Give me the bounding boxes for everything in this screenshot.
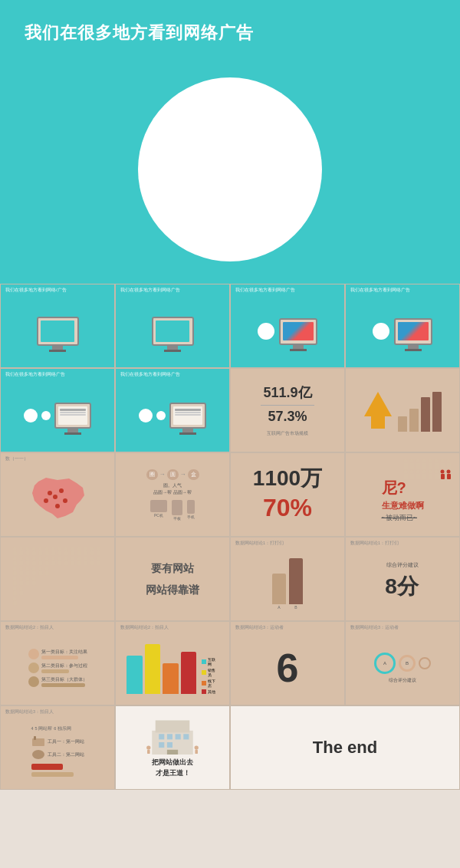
svg-point-10	[416, 459, 420, 463]
thumb-13[interactable]	[0, 537, 115, 621]
thumb-2[interactable]: 我们在很多地方看到网络广告	[115, 284, 230, 368]
thumb-21[interactable]: 数据网站结论3：拍目人 4 5 网站帮6 独乐网 工具一：第一网站 工具二：第二…	[0, 705, 115, 790]
thumb-22[interactable]: 把网站做出去 才是王道！	[115, 705, 230, 790]
svg-point-56	[71, 547, 74, 551]
wangdao-text: 把网站做出去 才是王道！	[152, 758, 193, 778]
svg-point-110	[25, 577, 29, 581]
svg-point-88	[84, 557, 87, 561]
thumb-18[interactable]: 数据网站结论2：拍目人 互联网 销售员 线下店 其他	[115, 621, 230, 705]
slide-label-9: 数（一一）	[5, 456, 28, 462]
slide-label-21: 数据网站结论3：拍目人	[5, 709, 54, 715]
monitor-icon-1	[37, 317, 79, 346]
thumb-3[interactable]: 我们在很多地方看到网络广告	[230, 284, 345, 368]
thumb-12[interactable]: 尼? 生意难做啊 ~被动而已~	[345, 452, 460, 537]
stat-573: 57.3%	[268, 409, 307, 425]
svg-point-28	[422, 470, 426, 474]
thumb-14[interactable]: 要有网站 网站得靠谱	[115, 537, 230, 621]
svg-point-20	[447, 459, 451, 463]
tool-icon-1	[31, 736, 45, 747]
svg-rect-15	[429, 463, 432, 469]
svg-point-16	[435, 459, 439, 463]
svg-point-42	[25, 547, 29, 551]
svg-rect-85	[71, 561, 75, 566]
thumb-8[interactable]	[345, 368, 460, 452]
monitor-icon-2	[152, 317, 194, 346]
svg-rect-37	[447, 474, 451, 479]
bar-2	[409, 409, 419, 432]
svg-point-70	[25, 557, 29, 561]
svg-point-116	[19, 587, 23, 591]
slide-label-1: 我们在很多地方看到网络/广告	[5, 288, 67, 293]
svg-point-32	[435, 470, 439, 474]
niwhat-sub2: ~被动而已~	[382, 513, 424, 523]
the-end-text: The end	[313, 738, 377, 758]
people-silhouettes	[402, 458, 455, 488]
thumb-6[interactable]: 我们在很多地方看到网络广告	[115, 368, 230, 452]
thumb-16[interactable]: 数据网站结论1：打打们 综合评分建议 8分	[345, 537, 460, 621]
svg-rect-103	[39, 571, 43, 576]
svg-rect-25	[410, 474, 414, 479]
cbar-1	[127, 656, 143, 694]
svg-rect-129	[159, 742, 164, 748]
svg-point-68	[19, 557, 23, 561]
svg-point-92	[97, 557, 100, 561]
thumb-7[interactable]: 511.9亿 57.3% 互联网广告市场规模	[230, 368, 345, 452]
svg-rect-73	[32, 561, 36, 566]
tool-icon-2	[31, 749, 45, 760]
svg-rect-33	[435, 474, 439, 479]
svg-point-64	[97, 547, 100, 551]
svg-point-14	[429, 459, 432, 463]
thumb-15[interactable]: 数据网站结论1：打打们 A B	[230, 537, 345, 621]
bar-chart-8	[398, 390, 442, 432]
svg-rect-27	[416, 474, 420, 479]
svg-rect-51	[52, 551, 56, 556]
svg-rect-133	[147, 750, 150, 754]
svg-rect-49	[45, 551, 49, 556]
svg-rect-93	[97, 561, 100, 566]
svg-point-118	[13, 597, 17, 601]
stat-sub-7: 互联网广告市场规模	[267, 430, 308, 437]
svg-rect-83	[64, 561, 68, 566]
slide-label-17: 数据网站结论2：拍目人	[5, 625, 54, 630]
thumb-10[interactable]: 圈 → 圆 → 盒 圆。人气 品圆→帮 品圆→帮 PC机 平板	[115, 452, 230, 537]
svg-point-84	[71, 557, 74, 561]
thumb-19[interactable]: 数据网站结论3：运动者 6	[230, 621, 345, 705]
slide-label-18: 数据网站结论2：拍目人	[120, 625, 169, 630]
svg-point-108	[19, 577, 23, 581]
svg-point-4	[55, 504, 60, 508]
svg-rect-128	[183, 734, 189, 739]
svg-rect-7	[404, 463, 408, 469]
svg-rect-130	[167, 742, 172, 748]
svg-point-102	[38, 567, 42, 571]
svg-point-34	[441, 470, 445, 474]
svg-rect-79	[52, 561, 56, 566]
thumb-4[interactable]: 我们在很多地方看到网络广告	[345, 284, 460, 368]
svg-point-106	[13, 577, 17, 581]
svg-point-112	[32, 577, 36, 581]
svg-rect-53	[58, 551, 62, 556]
thumb-17[interactable]: 数据网站结论2：拍目人 第一类目标：关注结果 第二类目标：参与过程 第三	[0, 621, 115, 705]
thumb-1[interactable]: 我们在很多地方看到网络/广告	[0, 284, 115, 368]
thumb-11[interactable]: 1100万 70%	[230, 452, 345, 537]
thumb-5[interactable]: 我们在很多地方看到网络广告	[0, 368, 115, 452]
website-text-1: 要有网站	[151, 560, 194, 577]
svg-point-48	[45, 547, 49, 551]
tan-hbar	[31, 772, 74, 777]
svg-rect-99	[26, 571, 30, 576]
svg-point-60	[84, 547, 87, 551]
vbar-a	[272, 574, 286, 604]
bar-3	[421, 397, 430, 432]
svg-point-52	[58, 547, 61, 551]
svg-rect-43	[26, 551, 30, 556]
svg-point-8	[410, 459, 414, 463]
slide-label-3: 我们在很多地方看到网络广告	[235, 288, 295, 293]
slide-label-5: 我们在很多地方看到网络广告	[5, 372, 65, 377]
building-svg	[142, 717, 203, 755]
thumb-23[interactable]: The end	[230, 705, 460, 790]
thumb-20[interactable]: 数据网站结论3：运动者 A B 综合评分建议	[345, 621, 460, 705]
svg-rect-109	[20, 581, 24, 586]
svg-point-36	[447, 470, 451, 474]
slide-label-15: 数据网站结论1：打打们	[235, 541, 284, 546]
circle-desc: 综合评分建议	[389, 677, 416, 684]
thumb-9[interactable]: 数（一一）	[0, 452, 115, 537]
